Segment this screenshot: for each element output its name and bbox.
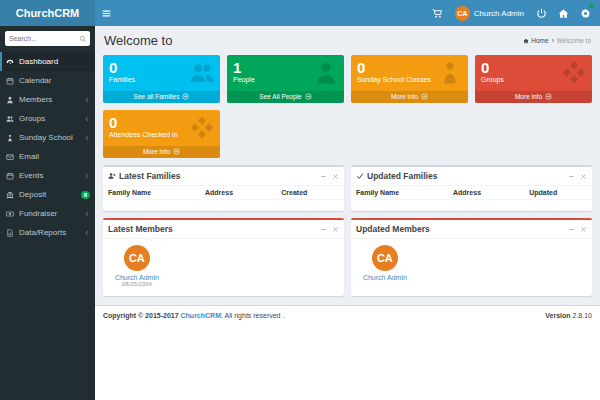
panel-title: Updated Members [356, 224, 430, 234]
page-title: Welcome to [104, 33, 172, 48]
stat-footer-label: See All People [259, 93, 301, 100]
sidebar-item-members[interactable]: Members [0, 90, 95, 109]
panel-tools [320, 226, 339, 233]
sidebar-item-data-reports[interactable]: Data/Reports [0, 223, 95, 242]
file-icon [6, 229, 15, 237]
panel-tools [320, 173, 339, 180]
chevron-left-icon [84, 116, 90, 122]
money-icon [6, 210, 15, 218]
panel-title: Latest Members [108, 224, 173, 234]
avatar: CA [372, 245, 398, 271]
people-icon [6, 115, 15, 123]
sidebar-item-groups[interactable]: Groups [0, 109, 95, 128]
sidebar-item-dashboard[interactable]: Dashboard [0, 52, 95, 71]
arrow-circle-icon [545, 93, 552, 100]
close-button[interactable] [332, 226, 339, 233]
navbar-right: CA Church Admin [427, 0, 600, 26]
breadcrumb-separator: › [552, 37, 554, 44]
table-header-row: Family Name Address Created [103, 185, 344, 199]
member-name-link[interactable]: Church Admin [363, 274, 407, 281]
arrow-circle-icon [305, 93, 312, 100]
panel-header: Latest Families [103, 167, 344, 185]
sidebar-item-label: Sunday School [19, 133, 73, 142]
footer-brand-link[interactable]: ChurchCRM [181, 312, 221, 319]
search-icon[interactable] [76, 31, 90, 46]
calendar-icon [6, 172, 15, 180]
close-button[interactable] [580, 226, 587, 233]
power-icon[interactable] [530, 0, 552, 26]
stat-box-sunday-school-classes: 0 Sunday School Classes More info [351, 55, 468, 103]
updated-families-panel: Updated Families Family Name Address Upd… [351, 165, 592, 211]
stat-footer-label: More info [391, 93, 418, 100]
dashboard-icon [6, 58, 15, 66]
sidebar-item-calendar[interactable]: Calendar [0, 71, 95, 90]
updated-members-panel: Updated Members CA Church Admin [351, 218, 592, 296]
home-icon[interactable] [552, 0, 574, 26]
brand-logo[interactable]: ChurchCRM [0, 0, 95, 26]
cubes-icon [561, 60, 587, 86]
more-info-link[interactable]: More info [103, 146, 220, 158]
member-date: 08/25/2004 [122, 281, 152, 288]
user-menu[interactable]: CA Church Admin [449, 0, 530, 26]
user-plus-icon [108, 172, 116, 180]
notification-badge [589, 3, 594, 8]
content-wrapper: Welcome to Home › Welcome to 0 Families … [95, 26, 600, 400]
close-button[interactable] [580, 173, 587, 180]
people-icon [189, 60, 215, 86]
table-header-row: Family Name Address Updated [351, 185, 592, 199]
check-icon [356, 172, 364, 180]
more-info-link[interactable]: More info [475, 91, 592, 103]
page-footer: Copyright © 2015-2017 ChurchCRM. All rig… [95, 305, 600, 325]
breadcrumb-home-link[interactable]: Home [523, 37, 548, 44]
top-navbar: ChurchCRM CA Church Admin [0, 0, 600, 26]
stat-footer-label: More info [143, 148, 170, 155]
see-all-families-link[interactable]: See all Families [103, 91, 220, 103]
more-info-link[interactable]: More info [351, 91, 468, 103]
envelope-icon [6, 153, 15, 161]
sidebar-item-sunday-school[interactable]: Sunday School [0, 128, 95, 147]
sidebar-item-label: Email [19, 152, 39, 161]
user-name: Church Admin [474, 9, 524, 18]
sidebar-item-label: Calendar [19, 76, 51, 85]
deposit-count-badge: 8 [81, 191, 90, 199]
copyright-text: Copyright © 2015-2017 ChurchCRM. All rig… [103, 312, 284, 319]
copyright-prefix: Copyright © 2015-2017 [103, 312, 179, 319]
collapse-button[interactable] [320, 173, 327, 180]
panel-tools [568, 173, 587, 180]
sidebar-item-deposit[interactable]: Deposit 8 [0, 185, 95, 204]
child-icon [6, 134, 15, 142]
member-name-link[interactable]: Church Admin [115, 274, 159, 281]
panel-title: Updated Families [367, 171, 437, 181]
arrow-circle-icon [421, 93, 428, 100]
collapse-button[interactable] [568, 173, 575, 180]
members-list: CA Church Admin 08/25/2004 [103, 238, 344, 296]
column-header: Created [281, 189, 339, 196]
close-button[interactable] [332, 173, 339, 180]
content-header: Welcome to Home › Welcome to [103, 31, 592, 55]
column-header: Address [453, 189, 529, 196]
sidebar-toggle-button[interactable] [95, 0, 117, 26]
collapse-button[interactable] [568, 226, 575, 233]
stat-box-people: 1 People See All People [227, 55, 344, 103]
sidebar-item-label: Members [19, 95, 52, 104]
breadcrumb: Home › Welcome to [523, 37, 591, 44]
breadcrumb-current: Welcome to [557, 37, 591, 44]
gear-icon[interactable] [574, 0, 596, 26]
sidebar-item-events[interactable]: Events [0, 166, 95, 185]
sidebar: Dashboard Calendar Members Groups Sunday… [0, 26, 95, 400]
user-avatar: CA [455, 6, 470, 21]
column-header: Updated [529, 189, 587, 196]
bank-icon [6, 191, 15, 199]
calendar-icon [6, 77, 15, 85]
version-value: 2.8.10 [573, 312, 592, 319]
sidebar-item-fundraiser[interactable]: Fundraiser [0, 204, 95, 223]
search-input[interactable] [5, 31, 76, 46]
collapse-button[interactable] [320, 226, 327, 233]
latest-members-panel: Latest Members CA Church Admin 08/25/200… [103, 218, 344, 296]
see-all-people-link[interactable]: See All People [227, 91, 344, 103]
cubes-icon [189, 115, 215, 141]
families-panels-row: Latest Families Family Name Address Crea… [103, 165, 592, 211]
panel-header: Latest Members [103, 220, 344, 238]
cart-icon[interactable] [427, 0, 449, 26]
sidebar-item-email[interactable]: Email [0, 147, 95, 166]
